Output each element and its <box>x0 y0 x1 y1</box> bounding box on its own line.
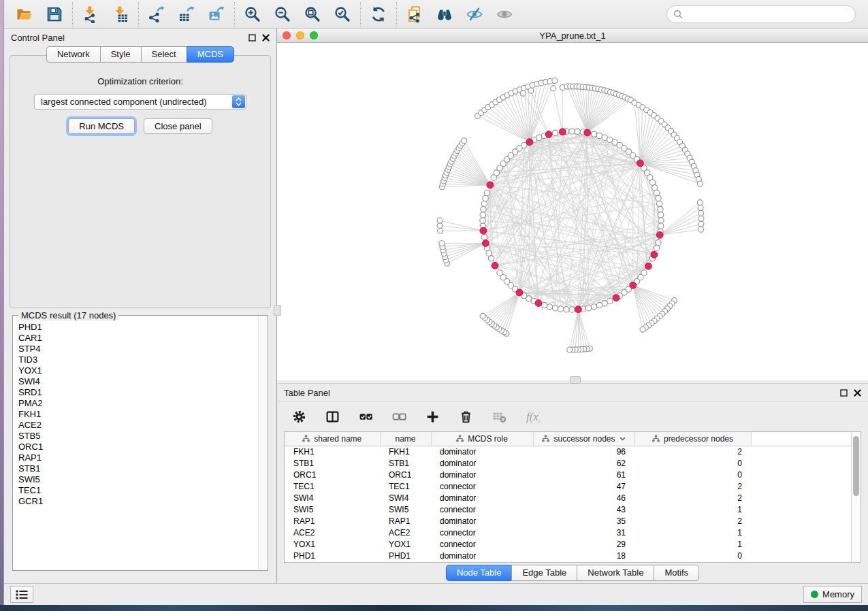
mcds-result-item[interactable]: YOX1 <box>18 365 258 376</box>
close-table-panel-icon[interactable] <box>854 389 861 397</box>
mcds-result-item[interactable]: RAP1 <box>18 452 258 463</box>
tab-mcds[interactable]: MCDS <box>187 46 234 63</box>
table-row[interactable]: RAP1RAP1dominator352 <box>285 516 851 527</box>
hide-details-button[interactable] <box>465 5 484 24</box>
mcds-result-scrollbar[interactable] <box>258 316 267 569</box>
add-column-button[interactable] <box>423 408 442 427</box>
column-header-shared-name[interactable]: shared name <box>285 432 380 446</box>
mcds-result-item[interactable]: PMA2 <box>18 398 258 409</box>
table-cell[interactable]: STB1 <box>380 457 431 469</box>
mcds-result-item[interactable]: STP4 <box>18 344 258 354</box>
table-cell[interactable]: 35 <box>533 516 634 527</box>
horizontal-splitter[interactable] <box>277 380 868 384</box>
search-network-button[interactable] <box>435 5 454 24</box>
mcds-result-item[interactable]: GCR1 <box>18 496 258 507</box>
table-row[interactable]: TEC1TEC1connector472 <box>285 480 851 492</box>
table-cell[interactable]: 62 <box>533 457 634 469</box>
tab-network[interactable]: Network <box>46 46 100 63</box>
open-folder-button[interactable] <box>15 5 34 24</box>
table-cell[interactable]: 1 <box>634 503 751 515</box>
table-cell[interactable]: YOX1 <box>285 539 380 550</box>
table-cell[interactable]: SWI5 <box>380 503 431 515</box>
table-cell[interactable]: connector <box>431 539 533 550</box>
table-cell[interactable]: FKH1 <box>285 446 380 457</box>
mcds-result-item[interactable]: CAR1 <box>18 333 258 344</box>
table-cell[interactable]: 0 <box>634 550 751 562</box>
search-input[interactable] <box>687 9 849 19</box>
table-cell[interactable]: 96 <box>533 446 634 457</box>
table-cell[interactable]: 2 <box>634 480 751 492</box>
mcds-result-item[interactable]: ORC1 <box>18 442 258 452</box>
table-cell[interactable]: ORC1 <box>380 469 431 480</box>
table-cell[interactable]: 47 <box>533 480 634 492</box>
table-cell[interactable]: connector <box>431 480 533 492</box>
mcds-result-item[interactable]: TID3 <box>18 354 258 365</box>
column-header-name[interactable]: name <box>380 432 431 446</box>
close-panel-button[interactable]: Close panel <box>144 118 212 134</box>
task-history-button[interactable] <box>10 586 33 603</box>
traffic-close-icon[interactable] <box>283 31 291 39</box>
table-cell[interactable]: 2 <box>634 516 751 527</box>
table-cell[interactable]: dominator <box>431 550 533 562</box>
table-scrollbar[interactable] <box>851 432 861 562</box>
select-all-button[interactable] <box>356 408 375 427</box>
mcds-result-item[interactable]: SWI4 <box>18 376 258 387</box>
table-cell[interactable]: 46 <box>533 492 634 503</box>
table-cell[interactable]: 0 <box>634 457 751 469</box>
zoom-selected-button[interactable] <box>333 5 352 24</box>
refresh-button[interactable] <box>369 5 388 24</box>
tab-edge-table[interactable]: Edge Table <box>511 565 577 581</box>
table-cell[interactable]: TEC1 <box>285 480 380 492</box>
mcds-result-item[interactable]: SWI5 <box>18 474 258 485</box>
tab-style[interactable]: Style <box>100 46 141 63</box>
mcds-result-item[interactable]: FKH1 <box>18 409 258 420</box>
table-cell[interactable]: PHD1 <box>285 550 380 562</box>
horizontal-splitter-grip[interactable] <box>570 376 581 384</box>
import-table-button[interactable] <box>111 5 130 24</box>
memory-button[interactable]: Memory <box>803 586 862 603</box>
clear-selection-button[interactable] <box>389 408 408 427</box>
table-cell[interactable]: FKH1 <box>380 446 431 457</box>
tab-select[interactable]: Select <box>141 46 187 63</box>
traffic-zoom-icon[interactable] <box>310 31 318 39</box>
close-panel-icon[interactable] <box>262 34 270 42</box>
table-cell[interactable]: dominator <box>431 516 533 527</box>
share-document-button[interactable] <box>405 5 424 24</box>
table-cell[interactable]: 0 <box>634 469 751 480</box>
mcds-result-item[interactable]: STB5 <box>18 431 258 442</box>
table-cell[interactable]: SWI5 <box>285 503 380 515</box>
export-network-button[interactable] <box>147 5 166 24</box>
import-network-button[interactable] <box>81 5 100 24</box>
table-cell[interactable]: SWI4 <box>380 492 431 503</box>
table-cell[interactable]: TEC1 <box>380 480 431 492</box>
table-row[interactable]: ORC1ORC1dominator610 <box>285 469 851 480</box>
zoom-out-button[interactable] <box>273 5 292 24</box>
tab-node-table[interactable]: Node Table <box>446 565 512 581</box>
column-header-predecessor-nodes[interactable]: predecessor nodes <box>634 432 751 446</box>
table-cell[interactable]: YOX1 <box>380 539 431 550</box>
column-header-mcds-role[interactable]: MCDS role <box>431 432 533 446</box>
criterion-dropdown[interactable]: largest connected component (undirected) <box>34 94 246 110</box>
table-row[interactable]: PHD1PHD1dominator180 <box>285 550 851 562</box>
save-button[interactable] <box>45 5 64 24</box>
mcds-result-item[interactable]: TEC1 <box>18 485 258 496</box>
table-cell[interactable]: dominator <box>431 446 533 457</box>
column-header-successor-nodes[interactable]: successor nodes <box>533 432 634 446</box>
table-cell[interactable]: RAP1 <box>285 516 380 527</box>
traffic-minimize-icon[interactable] <box>296 31 304 39</box>
run-mcds-button[interactable]: Run MCDS <box>68 118 135 134</box>
export-image-button[interactable] <box>207 5 226 24</box>
mcds-result-item[interactable]: PHD1 <box>18 322 258 333</box>
table-row[interactable]: FKH1FKH1dominator962 <box>285 446 851 457</box>
float-panel-icon[interactable] <box>248 34 256 42</box>
table-cell[interactable]: ACE2 <box>285 527 380 539</box>
table-cell[interactable]: 1 <box>634 527 751 539</box>
table-cell[interactable]: 29 <box>533 539 634 550</box>
export-table-button[interactable] <box>177 5 196 24</box>
network-canvas[interactable] <box>277 43 868 380</box>
split-columns-button[interactable] <box>323 408 342 427</box>
table-row[interactable]: ACE2ACE2connector311 <box>285 527 851 539</box>
table-cell[interactable]: connector <box>431 527 533 539</box>
mcds-result-item[interactable]: SRD1 <box>18 387 258 398</box>
table-cell[interactable]: connector <box>431 503 533 515</box>
